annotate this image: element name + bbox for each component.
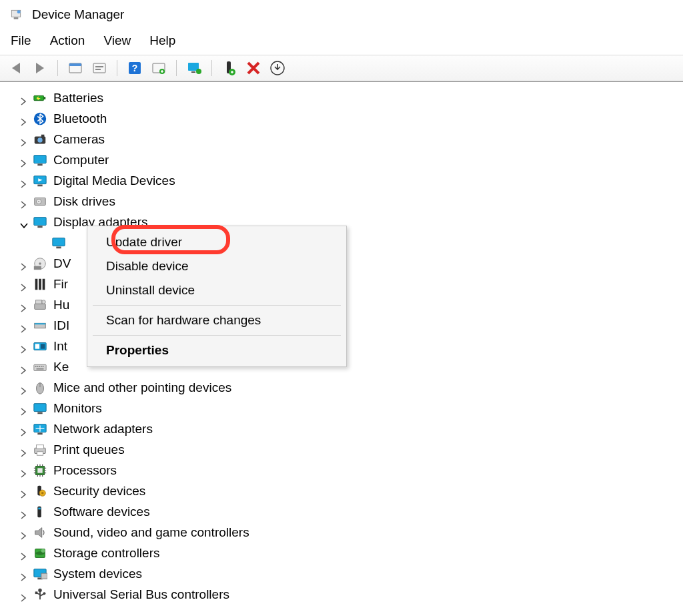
tree-node-label: Sound, video and game controllers — [53, 525, 249, 540]
menu-file[interactable]: File — [11, 33, 31, 48]
tree-node[interactable]: Security devices — [13, 481, 683, 501]
tree-node[interactable]: Cameras — [13, 129, 683, 149]
camera-icon — [32, 131, 48, 147]
menu-view[interactable]: View — [103, 33, 131, 48]
chevron-right-icon[interactable] — [20, 570, 28, 578]
chevron-right-icon[interactable] — [20, 156, 28, 164]
help-button[interactable] — [124, 59, 145, 77]
tree-node[interactable]: Computer — [13, 149, 683, 170]
toolbar — [0, 55, 683, 81]
tree-node-label: Mice and other pointing devices — [53, 380, 231, 395]
chevron-right-icon[interactable] — [20, 467, 28, 475]
chevron-right-icon[interactable] — [20, 177, 28, 185]
chevron-right-icon[interactable] — [20, 94, 28, 102]
tree-node[interactable]: Mice and other pointing devices — [13, 377, 683, 398]
sound-icon — [32, 525, 48, 541]
tree-node[interactable]: Sound, video and game controllers — [13, 522, 683, 543]
tree-node[interactable]: Processors — [13, 460, 683, 481]
tree-node[interactable]: Storage controllers — [13, 543, 683, 563]
device-tree: BatteriesBluetoothCamerasComputerDigital… — [0, 81, 683, 610]
tree-node[interactable]: Monitors — [13, 398, 683, 418]
forward-button[interactable] — [29, 59, 51, 77]
security-icon — [32, 483, 48, 499]
chevron-right-icon[interactable] — [20, 591, 28, 599]
tree-node-label: Computer — [53, 153, 109, 168]
monitor-icon — [32, 400, 48, 416]
intel-icon — [32, 338, 48, 354]
chevron-right-icon[interactable] — [20, 508, 28, 516]
tree-node-label: Fir — [53, 277, 68, 292]
chevron-right-icon[interactable] — [20, 363, 28, 371]
printer-icon — [32, 442, 48, 458]
tree-node[interactable]: Batteries — [13, 87, 683, 108]
chevron-right-icon[interactable] — [20, 549, 28, 557]
scan-hardware-button[interactable] — [148, 59, 169, 77]
tree-node[interactable]: Bluetooth — [13, 108, 683, 129]
system-icon — [32, 566, 48, 582]
disk-icon — [32, 194, 48, 210]
app-icon — [9, 8, 23, 21]
tree-node[interactable]: System devices — [13, 563, 683, 584]
titlebar: Device Manager — [0, 0, 683, 27]
storage-icon — [32, 545, 48, 561]
tree-node[interactable]: Software devices — [13, 501, 683, 522]
chevron-right-icon[interactable] — [20, 529, 28, 537]
disable-device-button[interactable] — [243, 59, 264, 77]
chevron-right-icon[interactable] — [20, 198, 28, 206]
usb-icon — [32, 587, 48, 603]
properties-button[interactable] — [65, 59, 86, 77]
battery-icon — [32, 90, 48, 106]
toolbar-separator — [211, 60, 212, 76]
chevron-right-icon[interactable] — [20, 487, 28, 495]
tree-node-label: System devices — [53, 567, 142, 581]
enable-device-button[interactable] — [219, 59, 240, 77]
bluetooth-icon — [32, 111, 48, 127]
chevron-right-icon[interactable] — [20, 425, 28, 433]
tree-node[interactable]: Disk drives — [13, 191, 683, 212]
tree-node[interactable]: Print queues — [13, 439, 683, 460]
tree-node-label: Software devices — [53, 505, 150, 519]
chevron-right-icon[interactable] — [20, 322, 28, 330]
context-menu-item[interactable]: Scan for hardware changes — [87, 308, 346, 332]
tree-node[interactable]: Digital Media Devices — [13, 170, 683, 191]
back-button[interactable] — [5, 59, 27, 77]
cpu-icon — [32, 463, 48, 479]
tree-node[interactable]: Network adapters — [13, 418, 683, 439]
tree-node-label: Bluetooth — [53, 111, 107, 126]
mouse-icon — [32, 380, 48, 396]
chevron-right-icon[interactable] — [20, 301, 28, 309]
context-menu-separator — [93, 335, 341, 336]
tree-node-label: Processors — [53, 463, 117, 478]
tree-node-label: Batteries — [53, 91, 103, 105]
chevron-right-icon[interactable] — [20, 260, 28, 268]
menubar: File Action View Help — [0, 27, 683, 55]
tree-node-label: Int — [53, 339, 67, 354]
tree-node-label: Print queues — [53, 442, 125, 457]
ide-icon — [32, 318, 48, 334]
chevron-right-icon[interactable] — [20, 342, 28, 350]
chevron-right-icon[interactable] — [20, 404, 28, 412]
tree-node-label: DV — [53, 256, 71, 271]
monitor-icon — [32, 152, 48, 168]
chevron-right-icon[interactable] — [20, 115, 28, 123]
context-menu-item[interactable]: Disable device — [87, 254, 346, 278]
tree-node-label: Security devices — [53, 484, 145, 499]
chevron-down-icon[interactable] — [20, 218, 28, 226]
uninstall-device-button[interactable] — [267, 59, 288, 77]
context-menu: Update driverDisable deviceUninstall dev… — [87, 226, 347, 367]
menu-help[interactable]: Help — [149, 33, 175, 48]
console-button[interactable] — [89, 59, 110, 77]
tree-node-label: IDI — [53, 318, 69, 333]
chevron-right-icon[interactable] — [20, 446, 28, 454]
chevron-right-icon[interactable] — [20, 384, 28, 392]
chevron-right-icon[interactable] — [20, 135, 28, 143]
chevron-right-icon[interactable] — [20, 280, 28, 288]
menu-action[interactable]: Action — [50, 33, 85, 48]
context-menu-item[interactable]: Uninstall device — [87, 278, 346, 302]
tree-node[interactable]: Universal Serial Bus controllers — [13, 584, 683, 605]
context-menu-item[interactable]: Update driver — [87, 230, 346, 254]
context-menu-item[interactable]: Properties — [87, 338, 346, 362]
tree-node-label: Monitors — [53, 401, 102, 416]
update-driver-button[interactable] — [183, 59, 205, 77]
tree-node-label: Ke — [53, 360, 69, 374]
